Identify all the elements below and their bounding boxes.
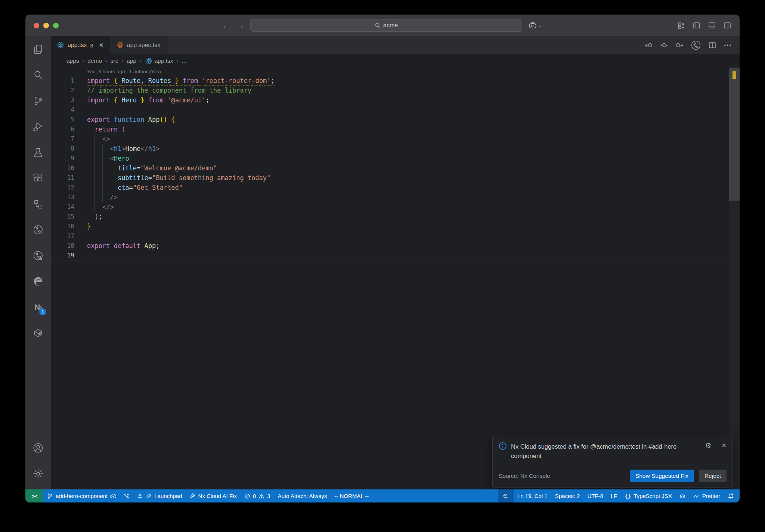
code-line: 2// importing the component from the lib…: [51, 86, 740, 95]
sidebar-item-containers[interactable]: [25, 320, 51, 346]
sidebar-item-edge-tools[interactable]: [25, 268, 51, 294]
token: export: [87, 116, 114, 123]
token: }: [137, 96, 144, 104]
panel-bottom-icon[interactable]: [708, 21, 716, 30]
breadcrumb-item[interactable]: src: [111, 58, 118, 64]
scrollbar-thumb[interactable]: [729, 68, 740, 201]
token: 'react-router-dom': [202, 77, 270, 84]
status-problems-item[interactable]: 03: [241, 489, 274, 502]
nav-back-circle-icon[interactable]: [644, 41, 653, 50]
sidebar-item-testing[interactable]: [25, 139, 51, 165]
account-icon: [32, 442, 44, 454]
breadcrumb-item[interactable]: apps: [66, 58, 79, 64]
token: App: [145, 242, 156, 250]
status-label: Spaces: 2: [555, 493, 580, 499]
status-encoding[interactable]: UTF-8: [583, 489, 607, 502]
status-indentation[interactable]: Spaces: 2: [551, 489, 584, 502]
scrollbar-track[interactable]: [729, 68, 740, 489]
sidebar-item-references-view[interactable]: [25, 191, 51, 217]
line-number: 3: [51, 95, 87, 105]
sidebar-item-accounts[interactable]: [25, 435, 51, 461]
status-nx-cloud-ai-fix-item[interactable]: Nx Cloud AI Fix: [186, 489, 241, 502]
code-line: 8 <h1>Home</h1>: [51, 144, 740, 154]
status-remote-indicator[interactable]: ><: [25, 489, 43, 502]
code-editor[interactable]: You, 3 hours ago | 1 author (You) 1impor…: [51, 68, 740, 489]
tab-app-spec-tsx[interactable]: app.spec.tsx: [110, 36, 167, 54]
token: export: [87, 242, 114, 250]
breadcrumb-item[interactable]: app: [127, 58, 136, 64]
line-number: 5: [51, 115, 87, 124]
tab-app-tsx[interactable]: app.tsx3✕: [51, 36, 110, 54]
breadcrumb-item[interactable]: ...: [182, 58, 186, 64]
sidebar-item-nx-tasks[interactable]: [25, 242, 51, 268]
line-number: 11: [51, 173, 87, 183]
sidebar-item-manage-settings[interactable]: [25, 461, 51, 486]
status-zoom-indicator[interactable]: [498, 489, 514, 502]
status-launchpad-item[interactable]: Launchpad: [133, 489, 186, 502]
nav-forward-icon[interactable]: →: [236, 22, 244, 30]
sidebar-item-nx-project-graph[interactable]: [25, 217, 51, 242]
customize-layout-icon[interactable]: [677, 21, 685, 30]
nav-forward-circle-icon[interactable]: [675, 41, 684, 50]
search-icon: [32, 69, 44, 81]
title-bar: ← → acme ⌄: [25, 15, 740, 36]
code-line: 12 cta="Get Started": [51, 183, 740, 192]
status-scm-graph-item[interactable]: [120, 489, 133, 502]
sidebar-item-extensions[interactable]: [25, 165, 51, 191]
copilot-menu[interactable]: ⌄: [528, 21, 542, 30]
link-icon: [146, 493, 152, 499]
warning-squiggle: import { Route, Routes } from 'react-rou…: [87, 77, 275, 84]
status-prettier[interactable]: ✓✓Prettier: [689, 489, 724, 502]
minimize-window-button[interactable]: [43, 23, 49, 28]
circle-compare-icon[interactable]: [660, 41, 669, 50]
maximize-window-button[interactable]: [53, 23, 59, 28]
status-vim-mode-item[interactable]: -- NORMAL --: [331, 489, 372, 502]
breadcrumb: apps›demo›src›app›app.tsx›...: [51, 54, 740, 68]
status-label: Prettier: [702, 493, 720, 499]
copilot-icon: [528, 21, 537, 30]
layout-controls: [677, 15, 731, 36]
status-language-mode[interactable]: {}TypeScript JSX: [621, 489, 675, 502]
sidebar-item-nx-console[interactable]: N›1: [25, 294, 51, 320]
panel-left-icon[interactable]: [693, 21, 701, 30]
status-auto-attach-item[interactable]: Auto Attach: Always: [274, 489, 331, 502]
breadcrumb-item[interactable]: demo: [87, 58, 102, 64]
token: [87, 145, 110, 152]
code-text: title="Welcmoe @acme/demo": [87, 163, 217, 173]
code-line: 9 <Hero: [51, 154, 740, 163]
token: from: [179, 77, 202, 84]
graph-circle-icon[interactable]: [690, 40, 701, 51]
ellipsis-icon[interactable]: [723, 41, 732, 50]
nav-back-icon[interactable]: ←: [223, 22, 230, 30]
editor-group: app.tsx3✕app.spec.tsx apps›demo›src›app›…: [51, 36, 740, 489]
close-window-button[interactable]: [34, 23, 39, 28]
reject-button[interactable]: Reject: [699, 470, 727, 482]
sidebar-item-search[interactable]: [25, 62, 51, 88]
sidebar-item-explorer[interactable]: [25, 36, 51, 62]
code-line: 1import { Route, Routes } from 'react-ro…: [51, 76, 740, 86]
status-copilot-status[interactable]: [676, 489, 689, 502]
status-git-branch-item[interactable]: add-hero-component: [43, 489, 120, 502]
sidebar-item-source-control[interactable]: [25, 88, 51, 114]
split-editor-icon[interactable]: [708, 41, 717, 50]
status-bar-right: Ln 19, Col 1Spaces: 2UTF-8LF{}TypeScript…: [498, 489, 740, 502]
notification-settings-icon[interactable]: ⚙: [705, 442, 712, 449]
status-notifications-bell[interactable]: [724, 489, 737, 502]
breadcrumb-item[interactable]: app.tsx: [145, 57, 173, 65]
remote-icon: ><: [32, 493, 37, 499]
notification-close-icon[interactable]: ✕: [722, 442, 727, 449]
token: <: [110, 155, 114, 162]
status-eol[interactable]: LF: [607, 489, 621, 502]
tabs: app.tsx3✕app.spec.tsx: [51, 36, 167, 54]
status-cursor-position[interactable]: Ln 19, Col 1: [514, 489, 551, 502]
overview-warning-marker: [733, 71, 736, 79]
code-text: <>: [87, 134, 110, 144]
sidebar-item-run-and-debug[interactable]: [25, 114, 51, 139]
command-center-search[interactable]: acme: [250, 19, 522, 32]
token: "Get Started": [133, 184, 183, 191]
show-suggested-fix-button[interactable]: Show Suggested Fix: [630, 470, 694, 482]
debug-icon: [32, 121, 44, 132]
panel-right-icon[interactable]: [723, 21, 731, 30]
tab-close-icon[interactable]: ✕: [99, 42, 104, 49]
braces-icon: {}: [625, 493, 631, 499]
